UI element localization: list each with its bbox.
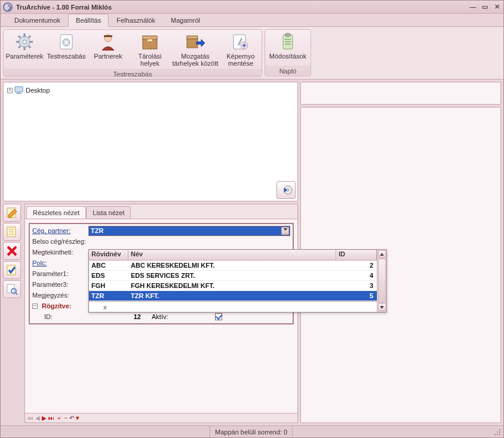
status-bar: Mappán belüli sorrend: 0 bbox=[1, 425, 503, 437]
dropdown-close-x[interactable]: x bbox=[103, 304, 107, 311]
ribbon-partnerek[interactable]: Partnerek bbox=[87, 30, 129, 69]
col-rovidnev[interactable]: Rövidnév bbox=[89, 250, 128, 260]
dropdown-row[interactable]: TZRTZR KFT.5 bbox=[89, 291, 377, 301]
ribbon-label: Partnerek bbox=[94, 53, 122, 60]
cell-name: EDS SERVICES ZRT. bbox=[128, 272, 336, 279]
resize-grip-icon[interactable] bbox=[493, 427, 502, 437]
col-id[interactable]: ID bbox=[336, 250, 377, 260]
col-nev[interactable]: Név bbox=[128, 250, 336, 260]
aktiv-label: Aktív: bbox=[152, 313, 168, 320]
ribbon-group-testreszabas: Paraméterek Testreszabás Partnerek Tárol… bbox=[3, 29, 262, 76]
svg-point-12 bbox=[65, 41, 67, 44]
nav-add[interactable]: ＋ bbox=[56, 414, 62, 422]
record-navigator: ⏮ ◀ ▶ ⏭ ＋ − ↶ ▾ bbox=[25, 413, 297, 422]
svg-line-8 bbox=[29, 36, 30, 38]
menu-felhasznalok[interactable]: Felhasználók bbox=[109, 14, 163, 26]
minimize-button[interactable]: — bbox=[469, 3, 477, 11]
ribbon-label: Módosítások bbox=[269, 53, 306, 60]
ribbon-label: Testreszabás bbox=[47, 53, 86, 60]
nav-filter[interactable]: ▾ bbox=[76, 414, 79, 422]
cell-id: 2 bbox=[336, 262, 377, 269]
ribbon-tarolasi-helyek[interactable]: Tárolási helyek bbox=[129, 30, 171, 69]
ribbon-testreszabas[interactable]: Testreszabás bbox=[45, 30, 87, 69]
detail-body: Cég, partner: TZR Belso cég/részleg: Meg… bbox=[25, 219, 297, 413]
svg-rect-18 bbox=[187, 38, 198, 48]
dropdown-header: Rövidnév Név ID bbox=[89, 250, 377, 261]
ceg-partner-label[interactable]: Cég, partner: bbox=[32, 227, 86, 234]
detail-tabs: Részletes nézet Lista nézet bbox=[25, 204, 297, 219]
tool-column bbox=[3, 204, 22, 423]
scroll-down-icon[interactable] bbox=[378, 304, 386, 311]
maximize-button[interactable]: ▭ bbox=[481, 3, 489, 11]
window-title: TruArchive - 1.00 Forrai Miklós bbox=[16, 4, 469, 11]
cell-name: TZR KFT. bbox=[128, 292, 336, 299]
tool-search[interactable] bbox=[3, 280, 21, 298]
cell-short: TZR bbox=[89, 292, 128, 299]
svg-line-9 bbox=[19, 46, 20, 48]
aktiv-checkbox[interactable] bbox=[215, 313, 222, 320]
nav-next[interactable]: ▶ bbox=[42, 415, 47, 421]
disc-arrow-icon bbox=[279, 184, 293, 196]
collapse-icon[interactable]: − bbox=[32, 304, 38, 309]
dropdown-scrollbar[interactable] bbox=[377, 250, 386, 312]
desktop-icon bbox=[14, 86, 24, 94]
disk-load-button[interactable] bbox=[276, 181, 296, 199]
right-panel-top bbox=[300, 82, 501, 105]
param1-label: Paraméter1: bbox=[32, 270, 86, 277]
scroll-up-icon[interactable] bbox=[378, 250, 386, 258]
box-icon bbox=[140, 32, 159, 51]
tool-new[interactable] bbox=[3, 204, 21, 222]
dropdown-row[interactable]: FGHFGH KERESKEDELMI KFT.3 bbox=[89, 281, 377, 291]
ribbon-modositasok[interactable]: Módosítások bbox=[265, 30, 311, 66]
polc-label[interactable]: Polc: bbox=[32, 259, 86, 267]
menu-beallitas[interactable]: Beállítás bbox=[68, 14, 109, 27]
dropdown-row[interactable]: EDSEDS SERVICES ZRT.4 bbox=[89, 271, 377, 281]
ribbon-label: Paraméterek bbox=[6, 53, 44, 60]
detail-panel: Részletes nézet Lista nézet Cég, partner… bbox=[24, 204, 298, 423]
tool-delete[interactable] bbox=[3, 242, 21, 260]
app-window: TruArchive - 1.00 Forrai Miklós — ▭ ✕ Do… bbox=[0, 0, 504, 438]
tool-edit[interactable] bbox=[3, 223, 21, 241]
megjegyzes-label: Megjegyzés: bbox=[32, 292, 86, 299]
cell-short: EDS bbox=[89, 272, 128, 279]
ribbon-mozgatas[interactable]: Mozgatás tárhelyek között bbox=[171, 30, 220, 69]
svg-point-1 bbox=[23, 40, 26, 44]
cell-name: FGH KERESKEDELMI KFT. bbox=[128, 282, 336, 289]
dropdown-arrow-icon[interactable] bbox=[281, 227, 289, 235]
cell-id: 5 bbox=[336, 292, 377, 299]
gear-doc-icon bbox=[57, 32, 76, 51]
tab-reszletes[interactable]: Részletes nézet bbox=[26, 206, 86, 219]
note-pencil-icon bbox=[6, 207, 18, 219]
tool-confirm[interactable] bbox=[3, 261, 21, 279]
id-label: ID: bbox=[32, 313, 86, 320]
svg-line-7 bbox=[29, 46, 30, 48]
nav-undo[interactable]: ↶ bbox=[69, 415, 74, 421]
megtekint-label: Megtekintheti: bbox=[32, 249, 86, 256]
nav-last[interactable]: ⏭ bbox=[48, 415, 54, 421]
ribbon-group-naplo: Módosítások Napló bbox=[265, 29, 311, 76]
note-check-icon bbox=[6, 264, 18, 276]
expand-icon[interactable]: + bbox=[7, 88, 13, 93]
nav-prev[interactable]: ◀ bbox=[35, 415, 40, 421]
nav-remove[interactable]: − bbox=[64, 415, 67, 421]
svg-rect-26 bbox=[16, 93, 21, 94]
svg-line-6 bbox=[19, 36, 20, 38]
close-button[interactable]: ✕ bbox=[493, 3, 501, 11]
ribbon-label: Tárolási helyek bbox=[129, 53, 171, 67]
partner-dropdown: Rövidnév Név ID ABCABC KERESKEDELMI KFT.… bbox=[88, 249, 387, 313]
scroll-thumb[interactable] bbox=[378, 259, 386, 303]
tree-root[interactable]: + Desktop bbox=[7, 86, 294, 94]
tree-panel: + Desktop bbox=[3, 82, 298, 201]
clipboard-icon bbox=[278, 32, 297, 51]
ribbon-kepernyo-mentese[interactable]: Képernyo mentése bbox=[220, 30, 262, 69]
menu-dokumentumok[interactable]: Dokumentumok bbox=[7, 14, 68, 26]
tab-lista[interactable]: Lista nézet bbox=[86, 206, 131, 219]
menu-magamrol[interactable]: Magamról bbox=[163, 14, 208, 26]
nav-first[interactable]: ⏮ bbox=[27, 415, 33, 421]
ceg-partner-combo[interactable]: TZR bbox=[88, 226, 290, 236]
ribbon-parameterek[interactable]: Paraméterek bbox=[4, 30, 45, 69]
ribbon-label: Képernyo mentése bbox=[220, 53, 262, 67]
dropdown-row[interactable]: ABCABC KERESKEDELMI KFT.2 bbox=[89, 261, 377, 271]
cell-name: ABC KERESKEDELMI KFT. bbox=[128, 262, 336, 269]
cell-id: 4 bbox=[336, 272, 377, 279]
